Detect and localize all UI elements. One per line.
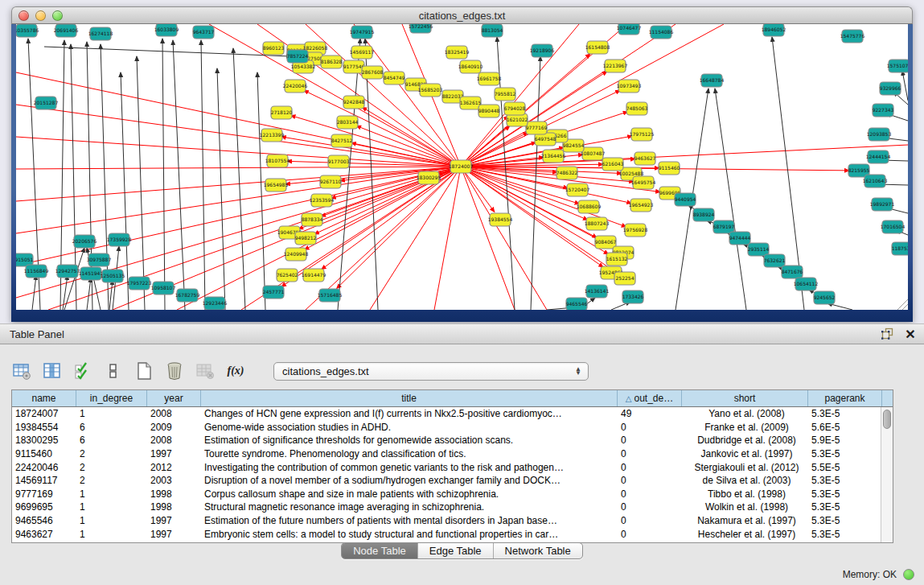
row-height-icon[interactable] — [103, 360, 124, 381]
graph-node[interactable]: 7625402 — [277, 269, 298, 282]
graph-node[interactable]: 2803144 — [337, 116, 359, 129]
graph-node[interactable]: 19654923 — [629, 199, 654, 212]
select-rows-icon[interactable] — [72, 360, 93, 381]
scrollbar-thumb[interactable] — [883, 410, 891, 429]
graph-node[interactable]: 9440954 — [675, 193, 696, 206]
column-header-pagerank[interactable]: pagerank — [808, 390, 882, 406]
graph-node[interactable]: 10355786 — [16, 24, 39, 37]
graph-node[interactable]: 12942757 — [55, 265, 80, 278]
graph-node[interactable]: 12213399 — [260, 129, 285, 142]
table-vertical-scrollbar[interactable] — [881, 407, 893, 542]
graph-node[interactable]: 17016504 — [881, 220, 906, 233]
close-panel-icon[interactable]: ✕ — [901, 326, 919, 342]
table-row[interactable]: 1456911722003Disruption of a novel membe… — [12, 474, 893, 488]
table-row[interactable]: 969969511998Structural magnetic resonanc… — [12, 501, 893, 514]
graph-node[interactable]: 8938924 — [693, 208, 715, 221]
graph-node[interactable]: 12444154 — [866, 150, 891, 163]
graph-node[interactable]: 12505135 — [101, 270, 125, 282]
network-canvas[interactable]: 1872400718300295181075541965498584275129… — [16, 24, 908, 310]
graph-node[interactable]: 16495754 — [631, 176, 656, 189]
graph-node[interactable]: 9329966 — [880, 82, 901, 95]
graph-node[interactable]: 2867608 — [362, 66, 384, 79]
graph-node[interactable]: 22420046 — [283, 80, 308, 93]
graph-node[interactable]: 7955812 — [495, 88, 516, 101]
column-header-out_de[interactable]: △out_de… — [618, 390, 682, 406]
graph-node[interactable]: 19384554 — [488, 213, 513, 226]
graph-node[interactable]: 14136141 — [585, 285, 610, 298]
graph-node[interactable]: 8427512 — [331, 134, 353, 147]
table-row[interactable]: 911546021997Tourette syndrome. Phenomeno… — [12, 447, 893, 461]
graph-node[interactable]: 7857224 — [287, 50, 309, 63]
graph-node[interactable]: 8878334 — [302, 213, 323, 226]
graph-node[interactable]: 15751074 — [887, 60, 908, 72]
graph-node[interactable]: 11154086 — [649, 26, 674, 39]
graph-node[interactable]: 18300295 — [417, 171, 441, 184]
table-settings-icon[interactable] — [11, 360, 32, 381]
graph-node[interactable]: 9463627 — [634, 152, 656, 165]
graph-node[interactable]: 10746477 — [617, 24, 642, 35]
column-header-title[interactable]: title — [201, 390, 618, 406]
graph-node[interactable]: 19892971 — [870, 198, 895, 211]
graph-node[interactable]: 7632621 — [764, 254, 786, 267]
graph-node[interactable]: 9115460 — [659, 162, 680, 175]
graph-node[interactable]: 6879197 — [713, 220, 735, 233]
graph-node[interactable]: 15716485 — [318, 289, 343, 302]
table-column-icon[interactable] — [42, 360, 63, 381]
table-row[interactable]: 1830029562008Estimation of significance … — [12, 434, 893, 447]
graph-node[interactable]: 9890448 — [478, 105, 500, 117]
graph-node[interactable]: 12093853 — [867, 128, 892, 141]
graph-node[interactable]: 15685203 — [418, 84, 443, 97]
graph-node[interactable]: 8960123 — [263, 42, 285, 55]
graph-node[interactable]: 9465546 — [566, 298, 588, 310]
graph-node[interactable]: 18640910 — [458, 60, 483, 73]
graph-node[interactable]: 9177003 — [328, 155, 350, 168]
graph-node[interactable]: 14569117 — [350, 46, 375, 59]
graph-node[interactable]: 17975125 — [630, 128, 655, 141]
graph-node[interactable]: 18724007 — [449, 160, 474, 173]
graph-node[interactable]: 11156849 — [24, 265, 49, 278]
graph-node[interactable]: 17359928 — [107, 233, 132, 246]
column-header-name[interactable]: name — [12, 390, 76, 406]
graph-node[interactable]: 30975887 — [87, 253, 112, 266]
graph-node[interactable]: 16914479 — [302, 269, 326, 282]
graph-node[interactable]: 18807243 — [585, 217, 610, 230]
graph-node[interactable]: 15720407 — [565, 183, 590, 196]
graph-node[interactable]: 12213967 — [603, 60, 628, 72]
memory-status-icon[interactable] — [903, 569, 914, 580]
table-row[interactable]: 946554611997Estimation of the future num… — [12, 514, 893, 528]
graph-node[interactable]: 19654985 — [264, 179, 289, 192]
graph-node[interactable]: 16648784 — [700, 74, 725, 87]
column-header-short[interactable]: short — [682, 390, 808, 406]
graph-node[interactable]: 18107554 — [265, 154, 290, 167]
graph-node[interactable]: 12353594 — [310, 194, 335, 207]
graph-node[interactable]: 16033809 — [154, 24, 179, 36]
graph-node[interactable]: 2718120 — [271, 106, 293, 119]
new-column-icon[interactable] — [133, 360, 154, 381]
graph-node[interactable]: 7486322 — [556, 167, 578, 179]
graph-node[interactable]: 8186328 — [321, 56, 343, 68]
graph-node[interactable]: 8813054 — [482, 24, 503, 37]
graph-node[interactable]: 252254 — [614, 272, 635, 285]
graph-node[interactable]: 16782759 — [175, 289, 200, 302]
graph-node[interactable]: 19756928 — [623, 224, 648, 237]
graph-node[interactable]: 18946052 — [762, 24, 786, 36]
graph-node[interactable]: 1733426 — [622, 290, 644, 303]
graph-node[interactable]: 6794028 — [504, 102, 526, 115]
graph-node[interactable]: 2935114 — [748, 243, 770, 256]
graph-node[interactable]: 6216043 — [602, 158, 624, 171]
graph-node[interactable]: 7485063 — [626, 102, 648, 115]
graph-node[interactable]: 9643717 — [193, 26, 215, 39]
graph-node[interactable]: 9242848 — [343, 96, 365, 109]
graph-node[interactable]: 15722456 — [409, 24, 433, 33]
graph-node[interactable]: 16274118 — [88, 27, 113, 40]
graph-node[interactable]: 10973493 — [617, 80, 642, 93]
float-panel-icon[interactable] — [879, 326, 897, 342]
graph-node[interactable]: 20151287 — [34, 97, 59, 109]
graph-node[interactable]: 9267110 — [320, 175, 342, 188]
graph-node[interactable]: 8471676 — [782, 266, 803, 278]
delete-column-icon[interactable] — [164, 360, 185, 381]
graph-node[interactable]: 16210643 — [863, 175, 888, 187]
tab-node-table[interactable]: Node Table — [342, 543, 418, 558]
graph-node[interactable]: 9084067 — [595, 236, 617, 249]
graph-node[interactable]: 21364456 — [541, 150, 566, 163]
